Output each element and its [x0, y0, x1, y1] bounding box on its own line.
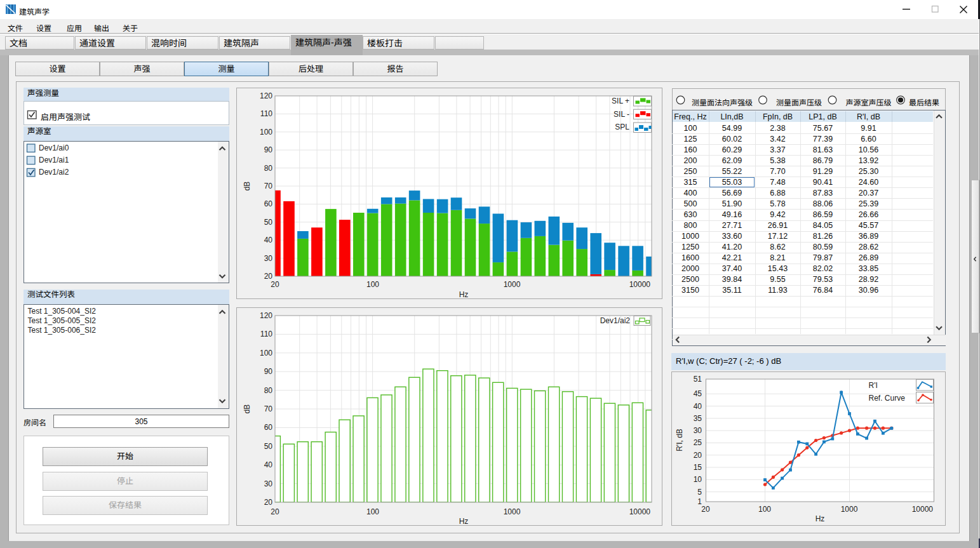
svg-text:30: 30 [693, 426, 702, 435]
svg-text:45: 45 [693, 389, 702, 398]
svg-text:90: 90 [264, 145, 273, 154]
svg-text:80: 80 [264, 386, 273, 395]
svg-text:51: 51 [693, 375, 702, 384]
svg-text:SPL: SPL [615, 123, 629, 131]
svg-text:70: 70 [264, 404, 273, 413]
svg-text:Hz: Hz [815, 514, 824, 523]
svg-text:110: 110 [260, 330, 272, 338]
svg-text:30: 30 [264, 254, 273, 263]
svg-text:120: 120 [260, 91, 272, 100]
svg-text:50: 50 [264, 442, 273, 451]
svg-text:10000: 10000 [629, 280, 651, 289]
svg-text:20: 20 [271, 280, 279, 289]
svg-text:1000: 1000 [840, 505, 857, 514]
svg-text:R'I: R'I [868, 381, 877, 390]
svg-text:110: 110 [260, 109, 272, 118]
svg-text:SIL +: SIL + [612, 97, 629, 105]
svg-text:100: 100 [366, 280, 379, 289]
svg-text:20: 20 [271, 507, 279, 516]
svg-text:dB: dB [243, 404, 252, 414]
svg-text:100: 100 [260, 128, 272, 137]
svg-text:100: 100 [758, 505, 770, 514]
svg-text:SIL -: SIL - [614, 110, 629, 119]
svg-text:40: 40 [264, 460, 273, 469]
svg-text:5: 5 [697, 488, 702, 497]
svg-text:40: 40 [264, 236, 273, 244]
svg-text:1000: 1000 [504, 507, 521, 516]
svg-text:30: 30 [264, 479, 273, 488]
svg-text:10000: 10000 [911, 505, 933, 514]
svg-text:120: 120 [260, 311, 272, 320]
svg-text:100: 100 [260, 349, 272, 358]
svg-text:20: 20 [693, 451, 702, 460]
svg-text:100: 100 [366, 507, 379, 516]
svg-text:50: 50 [264, 218, 273, 227]
svg-text:Dev1/ai2: Dev1/ai2 [600, 316, 631, 325]
svg-text:60: 60 [264, 423, 273, 432]
svg-text:20: 20 [264, 498, 273, 507]
svg-text:20: 20 [701, 505, 710, 514]
svg-text:Hz: Hz [459, 290, 469, 299]
svg-text:10000: 10000 [629, 507, 651, 516]
svg-text:70: 70 [264, 182, 273, 190]
svg-text:1000: 1000 [504, 280, 521, 289]
svg-text:35: 35 [693, 414, 702, 423]
svg-text:80: 80 [264, 164, 273, 173]
svg-text:15: 15 [693, 463, 702, 472]
svg-text:40: 40 [693, 402, 702, 411]
svg-text:Ref. Curve: Ref. Curve [868, 394, 905, 403]
svg-text:90: 90 [264, 367, 273, 376]
svg-text:10: 10 [693, 475, 702, 484]
svg-text:R'I, dB: R'I, dB [675, 429, 684, 451]
svg-text:25: 25 [693, 438, 702, 447]
svg-text:dB: dB [243, 182, 252, 191]
svg-text:Hz: Hz [459, 517, 469, 526]
svg-text:60: 60 [264, 199, 273, 208]
